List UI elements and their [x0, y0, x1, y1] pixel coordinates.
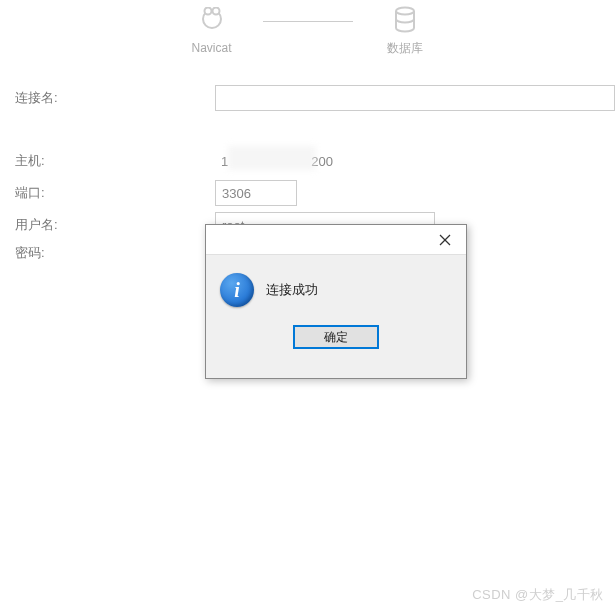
- dialog-body: i 连接成功: [206, 255, 466, 317]
- navicat-endpoint: Navicat: [164, 5, 259, 55]
- close-icon: [439, 234, 451, 246]
- host-label: 主机:: [15, 152, 215, 170]
- conn-name-label: 连接名:: [15, 89, 215, 107]
- row-connection-name: 连接名:: [15, 85, 616, 111]
- database-icon: [393, 4, 417, 36]
- navicat-label: Navicat: [191, 41, 231, 55]
- dialog-buttons: 确定: [206, 317, 466, 363]
- info-icon: i: [220, 273, 254, 307]
- svg-point-3: [396, 7, 414, 14]
- svg-point-2: [212, 8, 219, 15]
- message-dialog: i 连接成功 确定: [205, 224, 467, 379]
- connection-diagram: Navicat 数据库: [0, 0, 616, 60]
- database-label: 数据库: [387, 40, 423, 57]
- ok-button[interactable]: 确定: [293, 325, 379, 349]
- port-label: 端口:: [15, 184, 215, 202]
- host-redaction: [228, 146, 316, 170]
- user-label: 用户名:: [15, 216, 215, 234]
- dialog-message: 连接成功: [266, 281, 318, 299]
- conn-name-input[interactable]: [215, 85, 615, 111]
- svg-point-1: [204, 8, 211, 15]
- pass-label: 密码:: [15, 244, 215, 262]
- navicat-icon: [198, 5, 226, 37]
- row-port: 端口:: [15, 180, 616, 206]
- dialog-titlebar: [206, 225, 466, 255]
- connection-line: [263, 21, 353, 22]
- watermark: CSDN @大梦_几千秋: [472, 586, 604, 604]
- close-button[interactable]: [424, 225, 466, 255]
- port-input[interactable]: [215, 180, 297, 206]
- database-endpoint: 数据库: [357, 4, 452, 57]
